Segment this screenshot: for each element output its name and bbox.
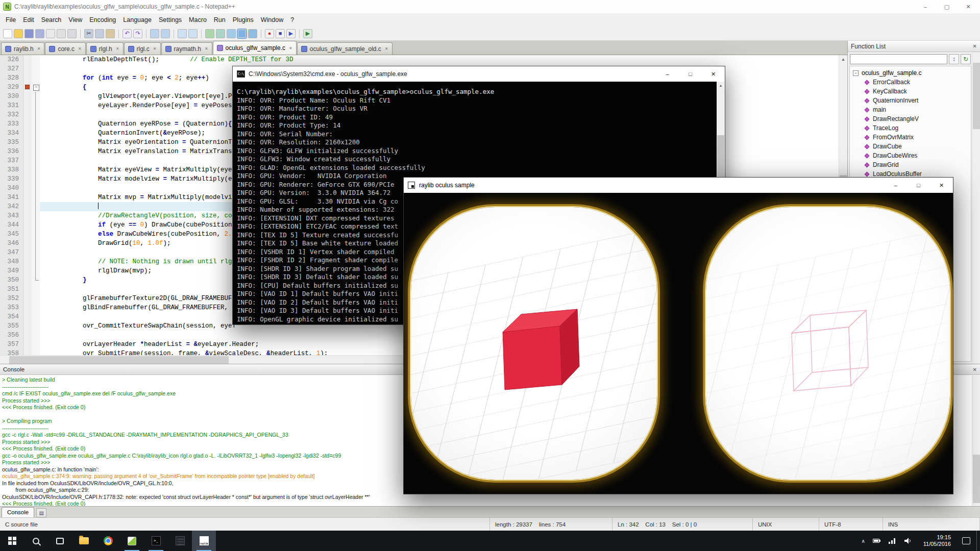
fold-margin[interactable] <box>32 119 40 129</box>
bookmark-margin[interactable] <box>23 147 32 156</box>
menu-file[interactable]: File <box>2 14 19 26</box>
cmd-titlebar[interactable]: C:\ C:\Windows\System32\cmd.exe - oculus… <box>233 66 725 82</box>
function-list-item[interactable]: main <box>850 105 971 114</box>
tab-close-icon[interactable]: ✕ <box>37 46 41 51</box>
file-explorer-icon[interactable] <box>72 531 96 551</box>
fold-margin[interactable] <box>32 202 40 211</box>
bookmark-margin[interactable] <box>23 55 32 64</box>
function-list-item[interactable]: QuaternionInvert <box>850 96 971 105</box>
bookmark-margin[interactable] <box>23 101 32 110</box>
bookmark-margin[interactable] <box>23 230 32 239</box>
fold-margin[interactable] <box>32 340 40 349</box>
sort-icon[interactable]: ↕ <box>949 54 959 64</box>
bookmark-margin[interactable] <box>23 248 32 257</box>
search-button[interactable] <box>24 531 48 551</box>
console-scroll-thumb[interactable] <box>973 455 980 503</box>
bookmark-margin[interactable] <box>23 349 32 355</box>
tab-close-icon[interactable]: ✕ <box>289 46 292 51</box>
replace-icon[interactable] <box>161 29 170 38</box>
menu-macro[interactable]: Macro <box>185 14 210 26</box>
bookmark-margin[interactable] <box>23 321 32 331</box>
function-list-item[interactable]: DrawCube <box>850 142 971 151</box>
bookmark-margin[interactable] <box>23 110 32 119</box>
fold-margin[interactable] <box>32 294 40 303</box>
bookmark-margin[interactable] <box>23 312 32 321</box>
cmd-maximize-button[interactable]: □ <box>679 66 702 82</box>
find-icon[interactable] <box>150 29 159 38</box>
bookmark-margin[interactable] <box>23 266 32 276</box>
show-desktop-button[interactable] <box>976 531 980 551</box>
fold-margin[interactable] <box>32 349 40 355</box>
function-list-scrollbar[interactable] <box>972 53 980 364</box>
raylib-titlebar[interactable]: raylib oculus sample – □ ✕ <box>404 178 953 193</box>
fold-margin[interactable] <box>32 248 40 257</box>
show-all-chars-icon[interactable] <box>216 29 225 38</box>
collapse-icon[interactable]: − <box>853 70 859 76</box>
save-all-icon[interactable] <box>35 29 44 38</box>
bookmark-margin[interactable] <box>23 184 32 193</box>
fold-margin[interactable] <box>32 138 40 147</box>
volume-icon[interactable] <box>904 538 912 544</box>
redo-icon[interactable]: ↷ <box>133 29 142 38</box>
cmd-close-button[interactable]: ✕ <box>702 66 725 82</box>
save-icon[interactable] <box>24 29 34 38</box>
scroll-up-icon[interactable]: ▲ <box>839 55 847 64</box>
tab-rlgl.h[interactable]: rlgl.h✕ <box>86 42 124 55</box>
fold-margin[interactable] <box>32 239 40 248</box>
start-button[interactable] <box>0 531 24 551</box>
tray-expand-icon[interactable]: ∧ <box>861 538 865 544</box>
bookmark-margin[interactable] <box>23 174 32 184</box>
fold-margin[interactable] <box>32 92 40 101</box>
bookmark-margin[interactable] <box>23 138 32 147</box>
console-close-icon[interactable]: ✕ <box>973 367 977 372</box>
close-button[interactable]: ✕ <box>958 0 979 13</box>
zoom-out-icon[interactable] <box>188 29 198 38</box>
raylib-maximize-button[interactable]: □ <box>907 178 930 193</box>
bookmark-margin[interactable] <box>23 211 32 220</box>
function-list-item[interactable]: FromOvrMatrix <box>850 133 971 142</box>
fold-margin[interactable] <box>32 257 40 266</box>
bookmark-margin[interactable] <box>23 294 32 303</box>
menu-view[interactable]: View <box>65 14 86 26</box>
undo-icon[interactable]: ↶ <box>122 29 132 38</box>
fold-margin[interactable] <box>32 184 40 193</box>
bookmark-margin[interactable] <box>23 276 32 285</box>
fold-margin[interactable] <box>32 266 40 276</box>
tab-raymath.h[interactable]: raymath.h✕ <box>161 42 212 55</box>
copy-icon[interactable] <box>95 29 104 38</box>
bookmark-margin[interactable] <box>23 257 32 266</box>
print-icon[interactable] <box>67 29 77 38</box>
tab-close-icon[interactable]: ✕ <box>205 46 208 51</box>
function-list-icon[interactable] <box>237 29 247 38</box>
bookmark-margin[interactable] <box>23 239 32 248</box>
minimize-button[interactable]: – <box>915 0 936 13</box>
menu-search[interactable]: Search <box>38 14 65 26</box>
bookmark-margin[interactable] <box>23 73 32 83</box>
bookmark-margin[interactable] <box>23 64 32 73</box>
new-file-icon[interactable] <box>3 29 12 38</box>
menu-window[interactable]: Window <box>257 14 287 26</box>
bookmark-margin[interactable] <box>23 303 32 312</box>
menu-settings[interactable]: Settings <box>155 14 185 26</box>
close-all-icon[interactable] <box>57 29 66 38</box>
function-list-root[interactable]: −oculus_glfw_sample.c <box>850 68 971 78</box>
notepadpp-titlebar[interactable]: N C:\raylib\raylib\examples\oculus_glfw_… <box>0 0 980 13</box>
fold-margin[interactable] <box>32 174 40 184</box>
menu-edit[interactable]: Edit <box>19 14 38 26</box>
bookmark-margin[interactable] <box>23 340 32 349</box>
bookmark-margin[interactable] <box>23 156 32 165</box>
menu-help[interactable]: ? <box>287 14 298 26</box>
fold-margin[interactable] <box>32 156 40 165</box>
tab-close-icon[interactable]: ✕ <box>78 46 82 51</box>
play-macro-icon[interactable]: ▶ <box>286 29 296 38</box>
fold-margin[interactable] <box>32 211 40 220</box>
bookmark-margin[interactable] <box>23 165 32 174</box>
doc-map-icon[interactable] <box>248 29 257 38</box>
status-encoding[interactable]: UTF-8 <box>819 518 883 531</box>
reload-icon[interactable]: ↻ <box>961 54 971 64</box>
tab-oculus_glfw_sample_old.c[interactable]: oculus_glfw_sample_old.c✕ <box>297 42 393 55</box>
maximize-button[interactable]: ▢ <box>936 0 958 13</box>
stop-macro-icon[interactable]: ■ <box>276 29 285 38</box>
battery-icon[interactable] <box>873 538 881 543</box>
zoom-in-icon[interactable] <box>178 29 187 38</box>
